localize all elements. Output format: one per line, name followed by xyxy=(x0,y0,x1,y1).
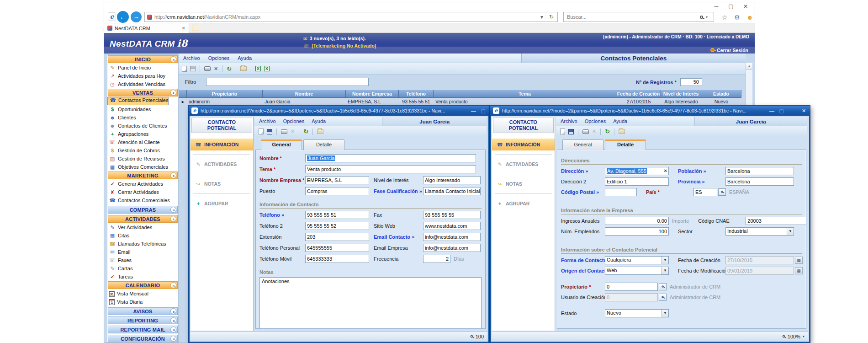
sidebar-item-faxes[interactable]: ☏Faxes xyxy=(107,256,178,264)
chevron-down-icon[interactable]: « xyxy=(170,317,176,323)
estado-select[interactable]: Nuevo▼ xyxy=(605,309,669,317)
popup-close-icon[interactable]: ✕ xyxy=(800,108,807,114)
chevron-down-icon[interactable]: « xyxy=(170,308,176,314)
save-icon[interactable] xyxy=(190,66,196,71)
provincia-input[interactable]: Barcelona xyxy=(725,177,794,186)
menu-item-ayuda[interactable]: Ayuda xyxy=(238,55,252,61)
popup-minimize-icon[interactable]: — xyxy=(470,108,477,113)
popup-nav-notas[interactable]: ↪NOTAS xyxy=(492,178,555,190)
excel-export-icon[interactable]: X xyxy=(255,66,261,71)
sidebar-item-contactos-potenciales[interactable]: ☎Contactos Potenciales xyxy=(107,97,169,105)
address-bar[interactable]: http://crm.navidian.net/NavidianCRM/main… xyxy=(144,12,558,22)
forma-de-contacto-select[interactable]: Cualquiera▼ xyxy=(605,256,669,264)
grid-col-nombre-empresa[interactable]: Nombre Empresa xyxy=(346,90,399,98)
dropdown-arrow-icon[interactable]: ▼ xyxy=(662,310,668,317)
logout-button[interactable]: Cerrar Sesión xyxy=(717,48,748,53)
sidebar-item-cartas[interactable]: ✎Cartas xyxy=(107,264,178,273)
sidebar-item-llamadas-telefonicas[interactable]: ☎Llamadas Telefónicas xyxy=(107,240,178,248)
dropdown-arrow-icon[interactable]: ▼ xyxy=(662,257,668,264)
records-input[interactable]: 50 xyxy=(680,78,702,86)
telefono-input[interactable]: 93 555 55 51 xyxy=(305,211,369,219)
folder-icon[interactable] xyxy=(317,129,323,134)
tab-detalle[interactable]: Detalle xyxy=(605,139,646,150)
sidebar-item-panel-de-inicio[interactable]: ✎Panel de Inicio xyxy=(107,64,178,72)
popup-nav-agrupar[interactable]: +AGRUPAR xyxy=(492,198,555,209)
minimize-icon[interactable]: ─ xyxy=(713,3,720,10)
fase-cualificacion-input[interactable]: Llamada Contacto Inicial xyxy=(423,187,481,195)
refresh-icon[interactable]: ↻ xyxy=(227,65,232,72)
excel-import-icon[interactable]: X xyxy=(264,66,270,71)
tab-detalle[interactable]: Detalle xyxy=(303,139,344,150)
origen-del-contacto-select[interactable]: Web▼ xyxy=(605,267,669,275)
sidebar-item-gestion-de-cobros[interactable]: $Gestión de Cobros xyxy=(107,146,178,155)
popup-nav-informacion[interactable]: ☎INFORMACIÓN xyxy=(191,139,253,150)
clear-field-icon[interactable]: ✕ xyxy=(664,167,667,175)
propietario-input[interactable]: 0 xyxy=(605,283,658,291)
email-empresa-input[interactable]: info@nestdata.com xyxy=(423,244,481,252)
dropdown-arrow-icon[interactable]: ▼ xyxy=(662,267,668,274)
popup-nav-actividades[interactable]: ✎ACTIVIDADES xyxy=(191,158,253,170)
chevron-up-icon[interactable]: « xyxy=(170,282,176,288)
refresh-icon[interactable]: ↻ xyxy=(605,128,610,135)
grid-col-nombre[interactable]: Nombre xyxy=(263,90,346,98)
popup-restore-icon[interactable]: ▢ xyxy=(480,108,487,114)
menu-item-archivo[interactable]: Archivo xyxy=(259,118,276,124)
sidebar-item-clientes[interactable]: ☻Clientes xyxy=(107,113,178,122)
tab-close-icon[interactable]: ✕ xyxy=(182,26,185,31)
menu-item-archivo[interactable]: Archivo xyxy=(183,55,200,61)
chevron-down-icon[interactable]: « xyxy=(170,336,176,342)
menu-item-opciones[interactable]: Opciones xyxy=(208,55,229,61)
print-icon[interactable] xyxy=(281,129,287,134)
direccion-2-input[interactable]: Edificio 1 xyxy=(605,177,669,186)
refresh-page-icon[interactable]: ↻ xyxy=(548,14,555,20)
menu-item-opciones[interactable]: Opciones xyxy=(283,118,304,124)
direccion-input[interactable]: Av. Diagonal, 555✕ xyxy=(605,167,669,175)
popup-titlebar[interactable]: e http://crm.navidian.net/?mode=2&parms=… xyxy=(490,106,810,116)
chevron-down-icon[interactable]: « xyxy=(170,327,176,332)
close-icon[interactable]: ✕ xyxy=(742,3,749,10)
zoom-level[interactable]: 100% xyxy=(788,334,800,339)
smiley-feedback-icon[interactable]: ☻ xyxy=(746,14,753,21)
search-box[interactable]: Buscar... ▾ xyxy=(563,12,714,22)
usuario-de-creacion-input[interactable]: 0 xyxy=(605,293,658,301)
nombre-input[interactable]: Juan Garcia xyxy=(305,154,476,162)
delete-icon[interactable]: ✕ xyxy=(592,129,596,134)
lookup-icon[interactable] xyxy=(659,294,667,301)
chevron-up-icon[interactable]: « xyxy=(170,56,176,62)
print-icon[interactable] xyxy=(582,129,589,134)
popup-minimize-icon[interactable]: — xyxy=(768,108,775,113)
frecuencia-input[interactable]: 2 xyxy=(423,255,450,263)
email-contacto-input[interactable]: info@nestdata.com xyxy=(423,233,481,241)
delete-icon[interactable]: ✕ xyxy=(214,66,218,72)
popup-nav-actividades[interactable]: ✎ACTIVIDADES xyxy=(492,158,555,170)
mail-notification[interactable]: ✉3 nuevo(s), 3 no leído(s). xyxy=(303,35,376,42)
sidebar-section-inicio[interactable]: INICIO« xyxy=(108,55,178,63)
favorites-star-icon[interactable]: ☆ xyxy=(722,14,728,21)
grid-col-fecha-de-creacion[interactable]: Fecha de Creación xyxy=(616,90,661,98)
sidebar-section-reporting[interactable]: REPORTING« xyxy=(108,316,178,324)
pais-input[interactable]: ES xyxy=(693,188,717,196)
menu-item-archivo[interactable]: Archivo xyxy=(561,118,577,124)
menu-item-ayuda[interactable]: Ayuda xyxy=(312,118,326,124)
grid-col-telefono[interactable]: Teléfono xyxy=(399,90,434,98)
settings-gear-icon[interactable]: ⚙ xyxy=(734,14,740,21)
chevron-up-icon[interactable]: « xyxy=(170,216,176,222)
sidebar-item-contactos-comerciales[interactable]: ☎Contactos Comerciales xyxy=(107,196,178,204)
sidebar-item-email[interactable]: ✉Email xyxy=(107,248,178,256)
forward-button[interactable]: → xyxy=(131,11,142,22)
zoom-level[interactable]: 100 xyxy=(476,334,484,339)
sidebar-item-atencion-al-cliente[interactable]: ☏Atención al Cliente xyxy=(107,138,178,146)
menu-item-opciones[interactable]: Opciones xyxy=(585,118,606,124)
sidebar-section-marketing[interactable]: MARKETING« xyxy=(108,172,178,179)
back-button[interactable]: ← xyxy=(117,11,129,23)
fax-input[interactable]: 93 555 55 55 xyxy=(423,211,481,219)
maximize-icon[interactable]: ▢ xyxy=(727,3,735,10)
telefono-movil-input[interactable]: 645333333 xyxy=(305,255,369,263)
popup-nav-agrupar[interactable]: +AGRUPAR xyxy=(191,198,253,209)
save-icon[interactable] xyxy=(568,129,574,134)
sidebar-item-generar-actividades[interactable]: ✔Generar Actividades xyxy=(107,180,178,188)
popup-titlebar[interactable]: e http://crm.navidian.net/?mode=2&parms=… xyxy=(189,106,489,116)
sidebar-item-vista-mensual[interactable]: 31Vista Mensual xyxy=(107,289,178,298)
popup-restore-icon[interactable]: ▢ xyxy=(778,108,785,114)
tema-input[interactable]: Venta producto xyxy=(305,165,476,173)
